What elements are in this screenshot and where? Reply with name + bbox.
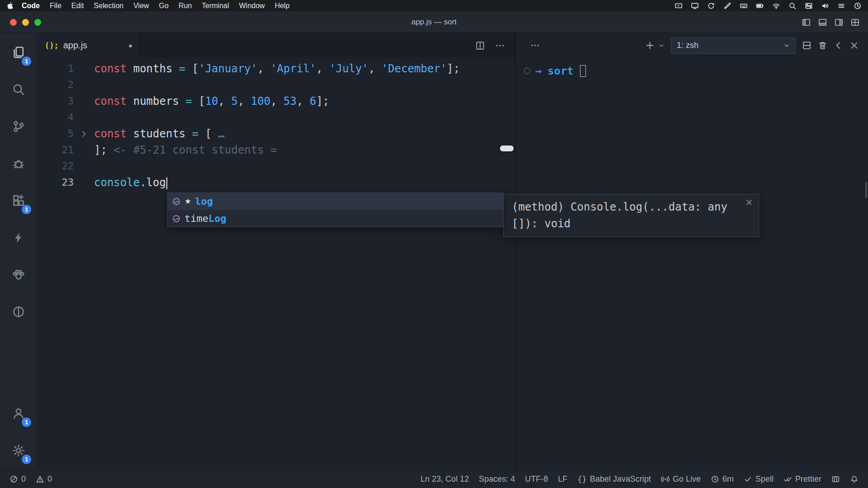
layout-sidebar-left-icon[interactable] <box>802 18 811 27</box>
status-eol[interactable]: LF <box>553 470 572 488</box>
code-text: ]; <- #5-21 const students = <box>94 142 277 158</box>
status-editor-layout[interactable] <box>826 470 845 488</box>
suggestion-log[interactable]: ★log <box>168 193 503 210</box>
sash-handle[interactable] <box>500 145 514 151</box>
split-editor-icon[interactable] <box>475 41 485 51</box>
menu-file[interactable]: File <box>45 0 66 11</box>
terminal-scrollbar[interactable] <box>865 182 867 198</box>
check-icon <box>744 475 752 483</box>
activity-files[interactable]: 1 <box>0 34 37 71</box>
status-encoding[interactable]: UTF-8 <box>520 470 553 488</box>
activity-disc[interactable] <box>0 293 37 330</box>
code-line-23[interactable]: 23console.log <box>38 174 515 191</box>
activity-bar: 11 11 <box>0 33 38 470</box>
code-line-4[interactable]: 4 <box>38 109 515 126</box>
suggestion-timeLog[interactable]: timeLog <box>168 210 503 227</box>
layout-sidebar-right-icon[interactable] <box>834 18 844 27</box>
activity-search[interactable] <box>0 71 37 108</box>
panel-more-actions-icon[interactable] <box>530 41 540 50</box>
list-icon[interactable] <box>837 2 845 10</box>
menu-run[interactable]: Run <box>174 0 197 11</box>
status-prettier[interactable]: Prettier <box>778 470 826 488</box>
display-icon[interactable] <box>691 2 699 10</box>
activity-extensions[interactable]: 1 <box>0 182 37 219</box>
status-cursor-position[interactable]: Ln 23, Col 12 <box>415 470 474 488</box>
control-center-icon[interactable] <box>805 2 813 10</box>
status-timer[interactable]: 6m <box>706 470 739 488</box>
code-line-2[interactable]: 2 <box>38 77 515 93</box>
chevron-left-icon[interactable] <box>834 41 843 50</box>
fold-gutter <box>74 142 94 158</box>
close-icon[interactable] <box>745 198 753 206</box>
trash-icon[interactable] <box>818 41 827 50</box>
activity-paw[interactable] <box>0 256 37 293</box>
error-icon <box>9 475 18 483</box>
method-icon <box>172 214 181 223</box>
activity-debug[interactable] <box>0 145 37 182</box>
wifi-icon[interactable] <box>772 2 780 10</box>
keyboard-icon[interactable] <box>740 2 748 10</box>
modified-indicator[interactable]: ● <box>128 42 132 49</box>
activity-account[interactable]: 1 <box>0 395 37 432</box>
apple-menu-icon[interactable] <box>6 2 14 9</box>
code-line-3[interactable]: 3const numbers = [10, 5, 100, 53, 6]; <box>38 93 515 109</box>
code-editor[interactable]: 1const months = ['January', 'April', 'Ju… <box>38 58 515 470</box>
speaker-icon[interactable] <box>821 2 829 10</box>
prompt-arrow: → <box>535 65 542 77</box>
suggestion-label: log <box>195 196 213 207</box>
command-decoration-icon[interactable] <box>524 68 530 74</box>
plus-icon[interactable] <box>645 41 655 50</box>
ellipsis-icon[interactable] <box>495 41 505 51</box>
chevron-down-icon[interactable] <box>658 42 665 49</box>
status-notifications[interactable] <box>845 470 863 488</box>
status-go-live[interactable]: Go Live <box>656 470 706 488</box>
activity-bar-top: 11 <box>0 33 37 330</box>
layout-panel-icon[interactable] <box>818 18 827 27</box>
status-problems-warnings[interactable]: 0 <box>31 470 57 488</box>
terminal-shell-select[interactable]: 1: zsh <box>671 38 796 54</box>
activity-source-control[interactable] <box>0 108 37 145</box>
spotlight-icon[interactable] <box>788 2 797 10</box>
chevron-down-icon <box>783 42 790 49</box>
tab-app-js[interactable]: (); app.js ● <box>38 33 140 58</box>
fold-gutter <box>74 158 94 174</box>
fold-gutter <box>74 109 94 126</box>
status-indentation[interactable]: Spaces: 4 <box>474 470 520 488</box>
star-icon: ★ <box>184 197 191 205</box>
menu-window[interactable]: Window <box>234 0 270 11</box>
split-panel-icon[interactable] <box>802 41 811 50</box>
code-line-22[interactable]: 22 <box>38 158 515 174</box>
status-language-mode[interactable]: {}Babel JavaScript <box>572 470 656 488</box>
terminal-panel: 1: zsh → sort <box>516 33 868 470</box>
activity-zap[interactable] <box>0 219 37 256</box>
terminal-content[interactable]: → sort <box>524 65 586 77</box>
battery-icon[interactable] <box>756 2 764 10</box>
layout-grid-icon[interactable] <box>850 18 860 27</box>
code-line-1[interactable]: 1const months = ['January', 'April', 'Ju… <box>38 61 515 77</box>
fold-chevron-icon[interactable] <box>74 126 94 142</box>
clock-icon[interactable] <box>854 2 862 10</box>
close-icon[interactable] <box>849 41 859 50</box>
menu-help[interactable]: Help <box>270 0 295 11</box>
code-line-5[interactable]: 5const students = [ … <box>38 126 515 142</box>
fold-gutter <box>74 77 94 93</box>
code-line-21[interactable]: 21]; <- #5-21 const students = <box>38 142 515 158</box>
terminal-command: sort <box>547 65 573 77</box>
terminal-controls: 1: zsh <box>645 38 859 54</box>
status-bar: 00 Ln 23, Col 12Spaces: 4UTF-8LF{}Babel … <box>0 470 868 488</box>
source-control-icon <box>12 120 25 133</box>
menu-edit[interactable]: Edit <box>66 0 89 11</box>
menu-app[interactable]: Code <box>17 0 45 11</box>
brush-icon[interactable] <box>723 2 731 10</box>
menu-view[interactable]: View <box>128 0 154 11</box>
sync-icon[interactable] <box>707 2 715 10</box>
activity-gear[interactable]: 1 <box>0 432 37 469</box>
status-problems-errors[interactable]: 0 <box>5 470 31 488</box>
menu-terminal[interactable]: Terminal <box>197 0 234 11</box>
menu-go[interactable]: Go <box>154 0 174 11</box>
status-spell[interactable]: Spell <box>739 470 778 488</box>
editor-panel-divider <box>515 33 516 470</box>
screen-mirror-icon[interactable] <box>675 2 683 10</box>
badge: 1 <box>22 56 31 66</box>
menu-selection[interactable]: Selection <box>89 0 128 11</box>
